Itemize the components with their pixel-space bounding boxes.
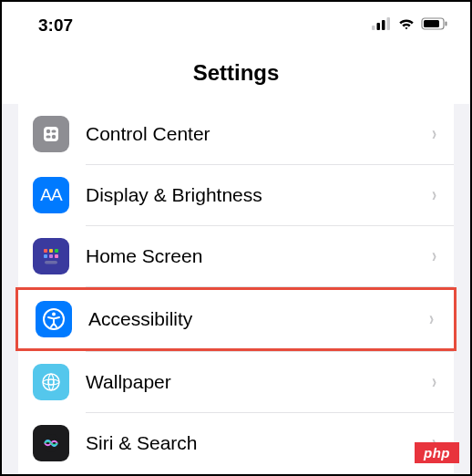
home-screen-icon	[33, 238, 69, 274]
svg-rect-2	[382, 20, 385, 30]
row-display-brightness[interactable]: AA Display & Brightness ›	[18, 165, 454, 225]
svg-rect-6	[446, 22, 447, 26]
page-title: Settings	[2, 46, 470, 104]
svg-rect-13	[49, 249, 53, 253]
chevron-right-icon: ›	[432, 183, 436, 207]
svg-point-22	[48, 379, 54, 385]
svg-point-20	[52, 313, 56, 316]
row-label: Display & Brightness	[86, 184, 431, 206]
row-siri-search[interactable]: Siri & Search ›	[18, 413, 454, 473]
watermark: php	[415, 442, 459, 463]
row-label: Siri & Search	[86, 432, 431, 454]
row-label: Wallpaper	[86, 371, 431, 393]
svg-point-9	[52, 135, 56, 139]
svg-rect-17	[55, 254, 58, 258]
svg-rect-11	[46, 135, 51, 138]
svg-rect-5	[424, 20, 439, 27]
row-label: Accessibility	[88, 308, 428, 330]
signal-icon	[372, 17, 392, 34]
svg-rect-0	[372, 26, 375, 30]
chevron-right-icon: ›	[429, 307, 434, 331]
svg-rect-1	[377, 23, 381, 30]
chevron-right-icon: ›	[432, 122, 436, 146]
svg-rect-14	[55, 249, 58, 253]
svg-rect-3	[387, 17, 391, 30]
siri-icon	[33, 425, 69, 461]
svg-rect-10	[52, 129, 56, 132]
svg-point-21	[43, 374, 59, 390]
chevron-right-icon: ›	[432, 244, 436, 268]
status-icons	[372, 17, 448, 34]
settings-list: Control Center › AA Display & Brightness…	[18, 104, 454, 473]
row-accessibility[interactable]: Accessibility ›	[15, 287, 457, 351]
status-time: 3:07	[38, 16, 73, 36]
svg-rect-18	[45, 261, 57, 264]
row-wallpaper[interactable]: Wallpaper ›	[18, 352, 454, 412]
wallpaper-icon	[33, 364, 69, 400]
settings-list-container: Control Center › AA Display & Brightness…	[2, 104, 470, 476]
row-label: Home Screen	[86, 245, 431, 267]
status-bar: 3:07	[2, 2, 470, 46]
row-control-center[interactable]: Control Center ›	[18, 104, 454, 164]
svg-rect-15	[44, 254, 47, 258]
control-center-icon	[33, 116, 69, 152]
wifi-icon	[397, 17, 416, 34]
svg-rect-7	[44, 127, 58, 141]
chevron-right-icon: ›	[432, 370, 436, 394]
display-icon: AA	[33, 177, 69, 213]
svg-rect-16	[49, 254, 53, 258]
battery-icon	[421, 17, 448, 34]
row-home-screen[interactable]: Home Screen ›	[18, 226, 454, 286]
svg-rect-12	[44, 249, 47, 253]
svg-point-8	[46, 129, 50, 133]
accessibility-icon	[36, 301, 72, 337]
row-label: Control Center	[86, 123, 431, 145]
